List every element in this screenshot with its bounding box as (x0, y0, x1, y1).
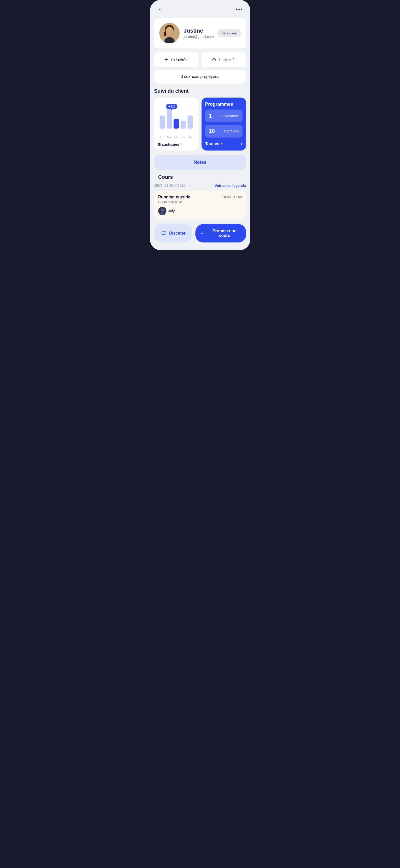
exercices-label: exercices (224, 129, 239, 133)
tout-voir-button[interactable]: Tout voir › (205, 141, 242, 147)
programme-count: 1 (209, 113, 212, 119)
chat-icon (161, 230, 167, 237)
chart-days: Lu Ma Me Je Ve (158, 136, 195, 139)
target-icon: ⊕ (212, 57, 216, 63)
bottom-bar: Discuter ＋ Proposer un cours (154, 224, 246, 243)
proposer-label: Proposer un cours (207, 229, 242, 238)
cours-section-title: Cours (158, 174, 242, 180)
course-type: Cours solo privé (158, 200, 190, 204)
profile-card: Justine justine@gmail.com Déjà client (154, 18, 246, 49)
tout-voir-arrow-icon: › (241, 141, 242, 147)
instructor-avatar (158, 207, 166, 215)
back-button[interactable]: ← (156, 5, 165, 14)
notes-label: Notes (194, 160, 206, 165)
svg-rect-6 (160, 116, 165, 129)
course-instructor: July (158, 207, 242, 215)
course-name: Running outside (158, 195, 190, 199)
course-card: Running outside Cours solo privé 09:00 -… (154, 191, 246, 219)
proposer-button[interactable]: ＋ Proposer un cours (195, 224, 246, 243)
profile-name: Justine (184, 28, 214, 34)
screen: ← ••• (150, 0, 250, 243)
svg-rect-10 (188, 116, 193, 129)
instructor-name: July (168, 209, 175, 213)
svg-rect-7 (166, 107, 171, 129)
back-icon: ← (158, 6, 164, 12)
programme-label: programme (221, 114, 239, 118)
plus-icon: ＋ (199, 230, 205, 237)
tout-voir-label: Tout voir (205, 142, 222, 146)
exercices-count: 10 (209, 128, 215, 134)
svg-point-2 (166, 27, 173, 35)
cours-date: JEUDI 01 JUIN 2023 (154, 184, 185, 187)
objectives-card[interactable]: ⊕ 7 objectifs (202, 52, 246, 67)
programs-card: Programmes 1 programme 10 exercices Tout… (202, 97, 246, 151)
discuter-button[interactable]: Discuter (154, 224, 193, 243)
more-button[interactable]: ••• (235, 5, 244, 14)
programmes-title: Programmes (205, 102, 242, 107)
chart-day-ve: Ve (187, 136, 195, 139)
programme-stat: 1 programme (205, 110, 242, 122)
course-info: Running outside Cours solo privé (158, 195, 190, 204)
interests-label: 18 intérêts (170, 58, 188, 62)
voir-agenda-link[interactable]: Voir dans l'agenda (215, 184, 246, 188)
course-header: Running outside Cours solo privé 09:00 -… (158, 195, 242, 204)
chevron-right-icon: › (180, 142, 182, 147)
avatar (159, 23, 180, 43)
more-icon: ••• (236, 6, 243, 12)
deja-client-badge[interactable]: Déjà client (217, 29, 241, 37)
course-time: 09:00 - 10:00 (223, 195, 242, 199)
cours-section: Cours JEUDI 01 JUIN 2023 Voir dans l'age… (154, 174, 246, 219)
phone-container: ← ••• (150, 0, 250, 250)
cours-header: JEUDI 01 JUIN 2023 Voir dans l'agenda (154, 184, 246, 188)
chart-day-ma: Ma (165, 136, 173, 139)
dashboard-grid: 6 520 (154, 97, 246, 151)
statistiques-link[interactable]: Statistiques › (158, 142, 195, 147)
prepaid-label: 3 séances prépayées (181, 74, 219, 79)
profile-email: justine@gmail.com (184, 35, 214, 39)
statistiques-label: Statistiques (158, 142, 179, 147)
profile-left: Justine justine@gmail.com (159, 23, 214, 43)
prepaid-card[interactable]: 3 séances prépayées (154, 70, 246, 84)
notes-button[interactable]: Notes (154, 155, 246, 169)
svg-point-12 (161, 208, 164, 212)
chart-area: 6 520 (158, 102, 195, 133)
interests-card[interactable]: ✦ 18 intérêts (154, 52, 199, 67)
profile-info: Justine justine@gmail.com (184, 28, 214, 39)
stats-row: ✦ 18 intérêts ⊕ 7 objectifs (154, 52, 246, 67)
chart-card: 6 520 (154, 97, 199, 151)
exercices-stat: 10 exercices (205, 125, 242, 137)
suivi-section-title: Suivi du client (154, 88, 246, 94)
star-icon: ✦ (164, 57, 168, 63)
discuter-label: Discuter (169, 231, 186, 236)
svg-rect-8 (173, 119, 179, 128)
svg-rect-9 (180, 121, 186, 129)
header: ← ••• (150, 0, 250, 17)
objectives-label: 7 objectifs (218, 58, 236, 62)
chart-day-je: Je (180, 136, 187, 139)
chart-day-me: Me (173, 136, 180, 139)
chart-day-lu: Lu (158, 136, 166, 139)
chart-tooltip: 6 520 (166, 104, 177, 109)
